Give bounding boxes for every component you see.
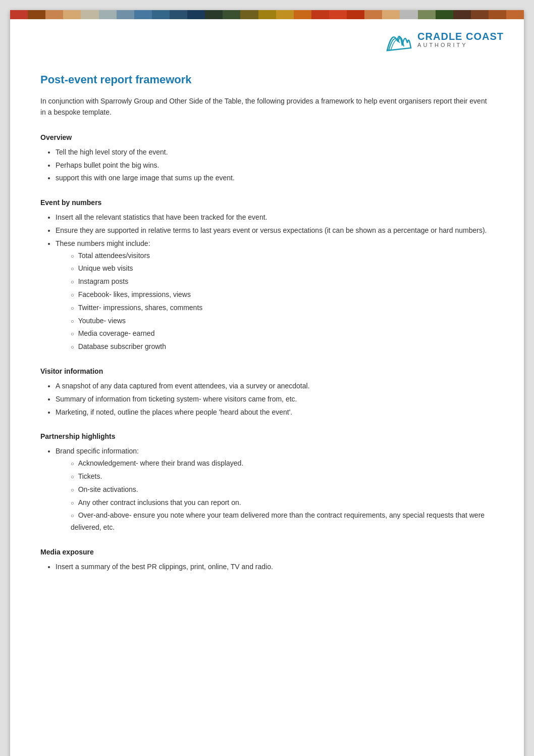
sub-list-item: Facebook- likes, impressions, views (71, 289, 494, 301)
list-item-text: Brand specific information: (56, 447, 139, 455)
brand-name: CRADLE COAST (417, 31, 504, 42)
list-item: Brand specific information: Acknowledgem… (56, 445, 494, 534)
section-event-numbers: Event by numbers Insert all the relevant… (40, 198, 494, 353)
intro-paragraph: In conjunction with Sparrowly Group and … (40, 95, 494, 118)
main-content: Post-event report framework In conjuncti… (10, 68, 524, 618)
overview-list: Tell the high level story of the event. … (40, 146, 494, 184)
list-item: Perhaps bullet point the big wins. (56, 160, 494, 172)
list-item: Ensure they are supported in relative te… (56, 225, 494, 237)
sub-list-item: Youtube- views (71, 315, 494, 327)
page-title: Post-event report framework (40, 73, 494, 86)
sub-list-item: Tickets. (71, 471, 494, 483)
sub-list-item: Acknowledgement- where their brand was d… (71, 458, 494, 470)
list-item: Insert all the relevant statistics that … (56, 212, 494, 224)
list-item: Insert a summary of the best PR clipping… (56, 561, 494, 573)
list-item: support this with one large image that s… (56, 172, 494, 184)
section-heading-visitor: Visitor information (40, 367, 494, 375)
event-numbers-list: Insert all the relevant statistics that … (40, 212, 494, 353)
sub-list-item: Any other contract inclusions that you c… (71, 497, 494, 509)
list-item: A snapshot of any data captured from eve… (56, 380, 494, 392)
list-item: Marketing, if noted, outline the places … (56, 407, 494, 419)
numbers-sub-list: Total attendees/visitors Unique web visi… (56, 250, 494, 353)
list-item-text: These numbers might include: (56, 239, 150, 247)
sub-list-item: Twitter- impressions, shares, comments (71, 302, 494, 314)
partnership-list: Brand specific information: Acknowledgem… (40, 445, 494, 534)
list-item: Tell the high level story of the event. (56, 146, 494, 159)
section-overview: Overview Tell the high level story of th… (40, 133, 494, 184)
section-partnership: Partnership highlights Brand specific in… (40, 432, 494, 534)
sub-list-item: Media coverage- earned (71, 328, 494, 340)
sub-list-item: Database subscriber growth (71, 341, 494, 353)
section-heading-event-numbers: Event by numbers (40, 198, 494, 207)
list-item: These numbers might include: Total atten… (56, 238, 494, 353)
media-list: Insert a summary of the best PR clipping… (40, 561, 494, 573)
section-media: Media exposure Insert a summary of the b… (40, 548, 494, 573)
section-heading-overview: Overview (40, 133, 494, 141)
sub-list-item: Over-and-above- ensure you note where yo… (71, 510, 494, 534)
sub-list-item: Instagram posts (71, 276, 494, 288)
logo: CRADLE COAST AUTHORITY (385, 25, 504, 53)
authority-label: AUTHORITY (417, 42, 504, 48)
visitor-list: A snapshot of any data captured from eve… (40, 380, 494, 418)
section-heading-media: Media exposure (40, 548, 494, 556)
list-item: Summary of information from ticketing sy… (56, 393, 494, 406)
sub-list-item: Unique web visits (71, 263, 494, 275)
color-bar (10, 10, 524, 19)
logo-icon (385, 25, 412, 53)
section-heading-partnership: Partnership highlights (40, 432, 494, 440)
logo-text: CRADLE COAST AUTHORITY (417, 31, 504, 48)
header: CRADLE COAST AUTHORITY (10, 19, 524, 53)
section-visitor-info: Visitor information A snapshot of any da… (40, 367, 494, 418)
partnership-sub-list: Acknowledgement- where their brand was d… (56, 458, 494, 534)
sub-list-item: On-site activations. (71, 484, 494, 496)
page-container: CRADLE COAST AUTHORITY Post-event report… (10, 10, 524, 756)
sub-list-item: Total attendees/visitors (71, 250, 494, 262)
